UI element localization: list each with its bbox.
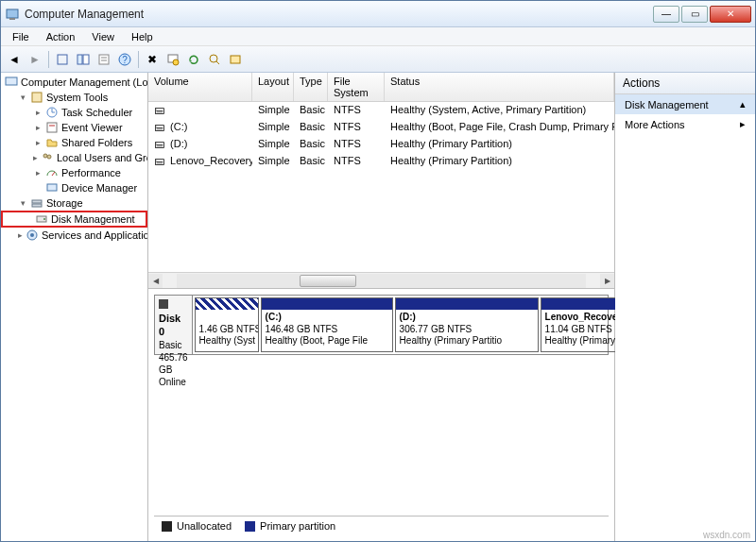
tree-shared-folders[interactable]: ▸Shared Folders bbox=[1, 135, 147, 150]
volume-row[interactable]: 🖴 (C:)SimpleBasicNTFSHealthy (Boot, Page… bbox=[148, 119, 614, 136]
drive-icon: 🖴 bbox=[154, 104, 167, 117]
partition[interactable]: (C:)146.48 GB NTFSHealthy (Boot, Page Fi… bbox=[261, 297, 393, 352]
part-size: 146.48 GB NTFS bbox=[266, 324, 338, 334]
tree-event-viewer[interactable]: ▸Event Viewer bbox=[1, 120, 147, 135]
separator bbox=[138, 51, 139, 68]
part-size: 1.46 GB NTFS bbox=[199, 324, 258, 334]
actions-more[interactable]: More Actions▸ bbox=[615, 114, 755, 134]
svg-rect-4 bbox=[83, 55, 89, 64]
legend: Unallocated Primary partition bbox=[154, 516, 609, 535]
folder-icon bbox=[45, 136, 59, 149]
svg-line-24 bbox=[52, 172, 55, 176]
volume-row[interactable]: 🖴 SimpleBasicNTFSHealthy (System, Active… bbox=[148, 102, 614, 119]
legend-unallocated: Unallocated bbox=[162, 520, 232, 532]
cell: Simple bbox=[252, 154, 294, 169]
action-refresh-icon[interactable] bbox=[184, 50, 203, 69]
swatch-icon bbox=[162, 521, 172, 532]
action-delete-icon[interactable]: ✖ bbox=[143, 50, 162, 69]
tree-local-users[interactable]: ▸Local Users and Groups bbox=[1, 150, 147, 165]
show-hide-tree-button[interactable] bbox=[74, 50, 93, 69]
tools-icon bbox=[30, 91, 43, 104]
col-type[interactable]: Type bbox=[294, 73, 328, 101]
cell: Basic bbox=[294, 103, 328, 118]
part-status: Healthy (Boot, Page File bbox=[266, 335, 368, 346]
scroll-left-icon[interactable]: ◀ bbox=[148, 274, 163, 288]
col-layout[interactable]: Layout bbox=[252, 73, 294, 101]
svg-text:?: ? bbox=[122, 55, 128, 65]
part-size: 11.04 GB NTFS bbox=[545, 324, 612, 334]
maximize-button[interactable]: ▭ bbox=[681, 6, 708, 23]
svg-rect-26 bbox=[32, 200, 42, 203]
tree-task-scheduler[interactable]: ▸Task Scheduler bbox=[1, 105, 147, 120]
collapse-icon[interactable]: ▾ bbox=[18, 198, 27, 208]
computer-icon bbox=[5, 76, 18, 89]
tree-disk-management[interactable]: Disk Management bbox=[1, 211, 147, 228]
collapse-icon[interactable]: ▾ bbox=[18, 93, 27, 102]
svg-rect-20 bbox=[47, 123, 57, 132]
tree-label: Computer Management (Local bbox=[21, 76, 148, 88]
tree-label: Storage bbox=[46, 197, 83, 209]
tree-label: Services and Applications bbox=[42, 229, 148, 241]
disk-row[interactable]: Disk 0 Basic 465.76 GB Online 1.46 GB NT… bbox=[154, 295, 609, 355]
menu-help[interactable]: Help bbox=[124, 29, 161, 44]
cell: Lenovo_Recovery (E:) bbox=[170, 155, 252, 166]
tree-label: Shared Folders bbox=[61, 137, 132, 148]
cell: NTFS bbox=[328, 154, 385, 169]
scroll-right-icon[interactable]: ▶ bbox=[600, 274, 614, 288]
tree-storage[interactable]: ▾Storage bbox=[1, 195, 147, 211]
menu-file[interactable]: File bbox=[5, 29, 37, 44]
tree-device-manager[interactable]: Device Manager bbox=[1, 180, 147, 195]
forward-button[interactable]: ► bbox=[26, 50, 44, 69]
expand-icon[interactable]: ▸ bbox=[33, 138, 43, 147]
col-filesystem[interactable]: File System bbox=[328, 73, 385, 101]
expand-icon[interactable]: ▸ bbox=[18, 230, 23, 240]
up-button[interactable] bbox=[53, 50, 72, 69]
tree-label: Local Users and Groups bbox=[57, 152, 148, 163]
disk-state: Online bbox=[159, 377, 186, 387]
tree-system-tools[interactable]: ▾System Tools bbox=[1, 90, 147, 105]
main-panel: Volume Layout Type File System Status 🖴 … bbox=[148, 73, 615, 541]
svg-rect-5 bbox=[99, 55, 109, 64]
menu-view[interactable]: View bbox=[84, 29, 122, 44]
scroll-track[interactable] bbox=[177, 274, 586, 288]
action-settings-icon[interactable] bbox=[163, 50, 182, 69]
volume-list-header[interactable]: Volume Layout Type File System Status bbox=[148, 73, 614, 102]
expand-icon[interactable]: ▸ bbox=[33, 108, 43, 117]
volume-row[interactable]: 🖴 (D:)SimpleBasicNTFSHealthy (Primary Pa… bbox=[148, 136, 614, 153]
svg-line-13 bbox=[216, 61, 219, 64]
part-title: (C:) bbox=[266, 312, 282, 322]
tree-services[interactable]: ▸Services and Applications bbox=[1, 228, 147, 243]
action-find-icon[interactable] bbox=[205, 50, 224, 69]
scroll-thumb[interactable] bbox=[300, 275, 356, 287]
expand-icon[interactable]: ▸ bbox=[33, 153, 38, 162]
part-title: (D:) bbox=[400, 312, 416, 322]
svg-rect-16 bbox=[32, 93, 42, 102]
event-icon bbox=[45, 121, 59, 134]
help-button[interactable]: ? bbox=[115, 50, 134, 69]
actions-context[interactable]: Disk Management▴ bbox=[615, 94, 755, 114]
close-button[interactable]: ✕ bbox=[710, 6, 751, 23]
nav-tree[interactable]: Computer Management (Local ▾System Tools… bbox=[1, 73, 148, 541]
collapse-icon[interactable]: ▴ bbox=[740, 98, 746, 110]
expand-icon[interactable]: ▸ bbox=[33, 123, 43, 132]
horizontal-scrollbar[interactable]: ◀ ▶ bbox=[148, 272, 614, 288]
minimize-button[interactable]: — bbox=[653, 6, 679, 23]
svg-rect-0 bbox=[7, 9, 18, 18]
disk-color-icon bbox=[159, 299, 168, 309]
tree-performance[interactable]: ▸Performance bbox=[1, 165, 147, 180]
menu-action[interactable]: Action bbox=[39, 29, 83, 44]
partition[interactable]: (D:)306.77 GB NTFSHealthy (Primary Parti… bbox=[395, 297, 539, 352]
back-button[interactable]: ◄ bbox=[5, 50, 24, 69]
col-status[interactable]: Status bbox=[385, 73, 614, 101]
tree-root[interactable]: Computer Management (Local bbox=[1, 75, 147, 90]
partition[interactable]: 1.46 GB NTFSHealthy (Syst bbox=[195, 297, 259, 352]
properties-button[interactable] bbox=[94, 50, 113, 69]
disk-info[interactable]: Disk 0 Basic 465.76 GB Online bbox=[155, 296, 193, 354]
action-list-icon[interactable] bbox=[226, 50, 245, 69]
storage-icon bbox=[30, 196, 43, 210]
col-volume[interactable]: Volume bbox=[148, 73, 252, 101]
volume-list[interactable]: Volume Layout Type File System Status 🖴 … bbox=[148, 73, 614, 288]
titlebar[interactable]: Computer Management — ▭ ✕ bbox=[1, 1, 755, 27]
volume-row[interactable]: 🖴 Lenovo_Recovery (E:)SimpleBasicNTFSHea… bbox=[148, 153, 614, 170]
expand-icon[interactable]: ▸ bbox=[33, 168, 43, 178]
